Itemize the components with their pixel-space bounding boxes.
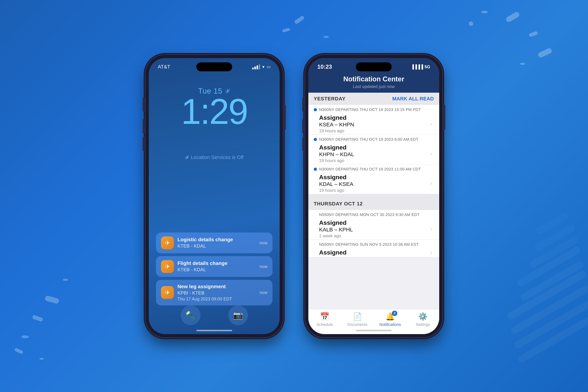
notif-body-2: Assigned KHPN – KDAL 19 hours ago › <box>308 143 439 164</box>
home-indicator-right <box>356 330 392 331</box>
lock-notif-leg[interactable]: ✈ New leg assignment KPBI - KTEB Thu 17 … <box>156 280 272 306</box>
left-phone-screen: AT&T ▾ ▭ Tue 15 ✈̸ <box>149 58 280 334</box>
app-screen: 10:23 ▐▐▐▐ 5G Notification Center Last u… <box>308 58 439 334</box>
section-yesterday-header: YESTERDAY MARK ALL READ <box>308 93 439 105</box>
notif-item-4-header: N550NY DEPARTING MON OCT 30 2023 9:30 AM… <box>308 210 439 218</box>
location-text: Location Services is Off <box>191 154 244 160</box>
notif-body-route-4: KALB – KPHL <box>319 226 353 233</box>
unread-dot-1 <box>314 108 317 111</box>
camera-button[interactable]: 📷 <box>228 306 248 325</box>
section-divider <box>308 194 439 198</box>
left-phone: AT&T ▾ ▭ Tue 15 ✈̸ <box>145 54 283 338</box>
network-type: 5G <box>424 64 430 69</box>
notif-item-3[interactable]: N300NY DEPARTING THU OCT 19 2023 11:00 A… <box>308 164 439 194</box>
notif-time-leg: now <box>260 290 268 295</box>
notif-time-logistic: now <box>260 240 268 246</box>
notif-body-content-1: Assigned KSEA – KHPN 19 hours ago <box>319 114 354 133</box>
chevron-icon-1: › <box>430 120 432 127</box>
camera-icon: 📷 <box>233 310 243 320</box>
lock-screen: AT&T ▾ ▭ Tue 15 ✈̸ <box>149 58 280 334</box>
notif-body-time-2: 19 hours ago <box>319 158 354 163</box>
right-phone-screen: 10:23 ▐▐▐▐ 5G Notification Center Last u… <box>308 58 439 334</box>
notif-body-3: Assigned KDAL – KSEA 19 hours ago › <box>308 172 439 194</box>
tab-notifications-label: Notifications <box>379 322 401 327</box>
tab-schedule-label: Schedule <box>316 322 333 327</box>
notif-body-time-1: 19 hours ago <box>319 128 354 133</box>
home-indicator-left <box>196 330 232 331</box>
notif-item-3-header: N300NY DEPARTING THU OCT 19 2023 11:00 A… <box>308 164 439 172</box>
notif-subtitle-leg: KPBI - KTEB <box>178 290 256 296</box>
notif-item-2-header: N300NY DEPARTING THU OCT 19 2023 6:00 AM… <box>308 134 439 143</box>
settings-icon: ⚙️ <box>418 312 428 321</box>
location-off-label: ✈̸ Location Services is Off <box>185 154 244 160</box>
chevron-icon-4: › <box>430 226 432 232</box>
notif-subtitle-flight: KTEB - KDAL <box>178 267 256 272</box>
phones-container: AT&T ▾ ▭ Tue 15 ✈̸ <box>145 54 443 338</box>
notif-item-1-header: N300NY DEPARTING THU OCT 19 2023 15:15 P… <box>308 105 439 113</box>
right-phone: 10:23 ▐▐▐▐ 5G Notification Center Last u… <box>305 54 443 338</box>
tab-schedule[interactable]: 📅 Schedule <box>308 312 341 329</box>
chevron-icon-5: › <box>430 249 432 256</box>
notif-item-5[interactable]: N550NY DEPARTING SUN NOV 5 2023 10:36 AM… <box>308 240 439 257</box>
lock-notif-flight[interactable]: ✈ Flight details change KTEB - KDAL now <box>156 256 272 277</box>
notif-content-flight: Flight details change KTEB - KDAL <box>178 260 256 272</box>
tab-notifications[interactable]: 🔔 3 Notifications <box>374 312 406 329</box>
notif-icon-flight: ✈ <box>161 260 174 273</box>
dynamic-island-left <box>196 62 232 71</box>
notif-meta-2: N300NY DEPARTING THU OCT 19 2023 6:00 AM… <box>319 137 418 142</box>
unread-dot-2 <box>314 138 317 141</box>
flashlight-button[interactable]: 🔦 <box>181 306 200 325</box>
flashlight-icon: 🔦 <box>186 310 196 320</box>
notif-meta-4: N550NY DEPARTING MON OCT 30 2023 9:30 AM… <box>319 212 420 217</box>
battery-icon: ▭ <box>266 64 271 69</box>
notif-title-flight: Flight details change <box>178 260 256 266</box>
notif-body-title-5: Assigned <box>319 249 346 256</box>
schedule-icon: 📅 <box>320 312 329 321</box>
notif-subtitle-logistic: KTEB - KDAL <box>178 243 256 249</box>
signal-icon <box>252 64 260 69</box>
notif-item-2[interactable]: N300NY DEPARTING THU OCT 19 2023 6:00 AM… <box>308 134 439 164</box>
wifi-icon: ▾ <box>262 64 264 69</box>
tab-documents[interactable]: 📄 Documents <box>341 312 374 329</box>
signal-bars-icon: ▐▐▐▐ <box>411 64 423 69</box>
notif-body-route-2: KHPN – KDAL <box>319 151 354 157</box>
notif-item-1[interactable]: N300NY DEPARTING THU OCT 19 2023 15:15 P… <box>308 105 439 134</box>
notification-list[interactable]: YESTERDAY MARK ALL READ N300NY DEPARTING… <box>308 93 439 309</box>
notif-meta-1: N300NY DEPARTING THU OCT 19 2023 15:15 P… <box>319 107 421 112</box>
notif-content-leg: New leg assignment KPBI - KTEB Thu 17 Au… <box>178 284 256 302</box>
notif-icon-logistic: ✈ <box>161 236 174 249</box>
notif-extra-leg: Thu 17 Aug 2023 09:00 EDT <box>178 296 256 302</box>
section-yesterday-title: YESTERDAY <box>314 96 346 102</box>
chevron-icon-2: › <box>430 150 432 157</box>
notif-icon-leg: ✈ <box>161 286 174 299</box>
notif-item-5-header: N550NY DEPARTING SUN NOV 5 2023 10:36 AM… <box>308 240 439 248</box>
lock-notif-logistic[interactable]: ✈ Logistic details change KTEB - KDAL no… <box>156 232 272 253</box>
notif-body-title-3: Assigned <box>319 174 353 181</box>
notif-title-logistic: Logistic details change <box>178 237 256 242</box>
mark-all-read-button[interactable]: MARK ALL READ <box>392 96 434 102</box>
notifications-badge: 3 <box>392 310 397 316</box>
notif-body-route-1: KSEA – KHPN <box>319 122 354 128</box>
notif-item-4[interactable]: N550NY DEPARTING MON OCT 30 2023 9:30 AM… <box>308 210 439 240</box>
notif-body-time-3: 19 hours ago <box>319 188 353 193</box>
location-icon: ✈̸ <box>185 154 189 160</box>
notifications-badge-container: 🔔 3 <box>386 312 395 321</box>
documents-icon: 📄 <box>353 312 362 321</box>
notif-body-4: Assigned KALB – KPHL 1 week ago › <box>308 218 439 240</box>
lock-notifications: ✈ Logistic details change KTEB - KDAL no… <box>156 232 272 306</box>
notif-body-content-4: Assigned KALB – KPHL 1 week ago <box>319 219 353 238</box>
section-thursday-title: THURSDAY OCT 12 <box>314 201 363 207</box>
notif-body-title-4: Assigned <box>319 219 353 226</box>
status-icons: ▾ ▭ <box>252 64 271 69</box>
notif-body-content-2: Assigned KHPN – KDAL 19 hours ago <box>319 144 354 163</box>
notif-body-1: Assigned KSEA – KHPN 19 hours ago › <box>308 113 439 134</box>
app-header: Notification Center Last updated just no… <box>308 72 439 93</box>
tab-settings[interactable]: ⚙️ Settings <box>406 312 440 329</box>
chevron-icon-3: › <box>430 180 432 186</box>
app-header-subtitle: Last updated just now <box>308 84 439 89</box>
notif-body-5: Assigned › <box>308 248 439 257</box>
app-time: 10:23 <box>317 64 332 70</box>
notif-body-title-2: Assigned <box>319 144 354 151</box>
tab-settings-label: Settings <box>416 322 430 327</box>
carrier-label: AT&T <box>158 64 170 70</box>
